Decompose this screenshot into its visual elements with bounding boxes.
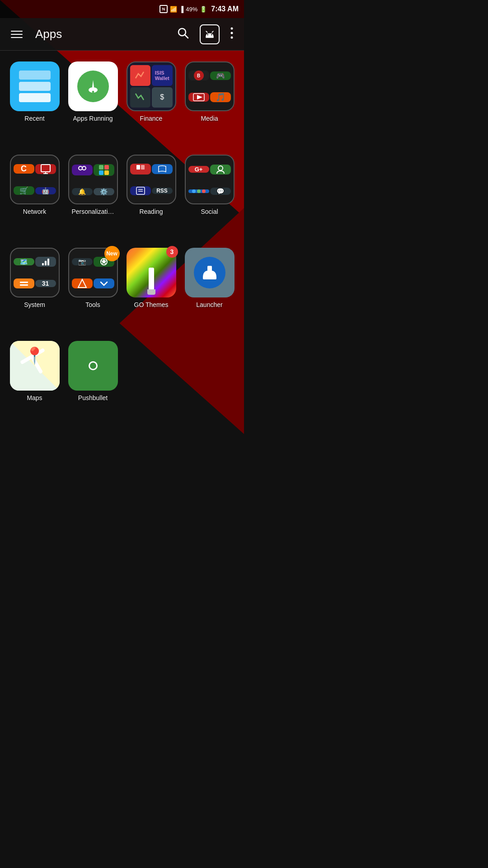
svg-rect-24 — [42, 263, 44, 265]
launcher-circle — [194, 257, 225, 288]
app-item-media[interactable]: B 🎮 🎵 Media — [182, 61, 237, 144]
search-button[interactable] — [175, 25, 191, 43]
svg-rect-28 — [20, 284, 28, 286]
android-button[interactable] — [200, 24, 220, 44]
badge-new-tools: New — [104, 246, 120, 261]
app-item-reading[interactable]: RSS Reading — [124, 155, 178, 237]
svg-marker-12 — [197, 95, 202, 99]
pushbullet-inner — [77, 350, 109, 382]
app-item-system[interactable]: 🗺️ 31 — [7, 248, 62, 330]
app-icon-media: B 🎮 🎵 — [185, 61, 235, 111]
app-item-apps-running[interactable]: Apps Running — [66, 61, 120, 144]
svg-rect-20 — [136, 187, 145, 194]
battery-percent: 49% — [186, 6, 197, 13]
app-icon-personalization: 🔔 ⚙️ — [68, 155, 118, 204]
app-label-go-themes: GO Themes — [134, 301, 169, 308]
app-label-finance: Finance — [140, 115, 163, 122]
app-item-go-themes[interactable]: 3 GO Themes — [124, 248, 178, 330]
broom-icon — [77, 71, 109, 102]
wifi-icon: 📶 — [170, 6, 177, 13]
badge-go-themes: 3 — [166, 246, 178, 258]
svg-rect-10 — [92, 91, 94, 93]
app-item-pushbullet[interactable]: Pushbullet — [66, 341, 120, 423]
app-icon-network: C 🛒 🤖 — [10, 155, 60, 204]
svg-point-3 — [211, 34, 212, 35]
svg-line-1 — [185, 35, 188, 38]
more-options-button[interactable] — [229, 25, 235, 43]
app-label-system: System — [24, 301, 45, 308]
svg-point-8 — [231, 36, 233, 38]
svg-rect-19 — [141, 165, 145, 170]
svg-point-7 — [231, 32, 233, 34]
app-icon-recent — [10, 61, 60, 111]
page-title: Apps — [35, 27, 168, 41]
app-icon-maps: 📍 — [10, 341, 60, 391]
svg-point-16 — [79, 166, 82, 170]
app-item-recent[interactable]: Recent — [7, 61, 62, 144]
signal-icon: ▐ — [179, 6, 183, 13]
app-icon-system: 🗺️ 31 — [10, 248, 60, 297]
svg-rect-27 — [20, 282, 28, 283]
app-item-tools[interactable]: New 📷 — [66, 248, 120, 330]
app-icon-social: G+ 💬 — [185, 155, 235, 204]
app-label-network: Network — [23, 208, 46, 215]
svg-rect-25 — [45, 261, 47, 265]
app-label-social: Social — [201, 208, 218, 215]
app-icon-apps-running — [68, 61, 118, 111]
app-item-personalization[interactable]: 🔔 ⚙️ Personalizati… — [66, 155, 120, 237]
app-label-launcher: Launcher — [196, 301, 222, 308]
svg-rect-31 — [207, 266, 212, 271]
app-label-media: Media — [201, 115, 218, 122]
app-item-network[interactable]: C 🛒 🤖 Network — [7, 155, 62, 237]
app-label-reading: Reading — [139, 208, 163, 215]
app-icon-launcher — [185, 248, 235, 297]
app-icon-reading: RSS — [127, 155, 176, 204]
svg-rect-13 — [41, 165, 50, 172]
clock: 7:43 AM — [211, 5, 239, 13]
app-icon-finance: ISISWallet $ — [127, 61, 176, 111]
hamburger-menu-button[interactable] — [9, 29, 24, 40]
toolbar: Apps — [0, 18, 244, 51]
apps-grid: Recent Apps Running — [0, 51, 244, 434]
status-bar: N 📶 ▐ 49% 🔋 7:43 AM — [0, 0, 244, 18]
svg-rect-18 — [136, 165, 140, 170]
svg-rect-26 — [47, 259, 49, 265]
app-label-personalization: Personalizati… — [71, 208, 114, 215]
svg-line-4 — [206, 31, 207, 33]
svg-point-2 — [207, 34, 208, 35]
svg-point-23 — [218, 166, 223, 170]
app-item-maps[interactable]: 📍 Maps — [7, 341, 62, 423]
svg-line-5 — [212, 31, 213, 33]
app-label-apps-running: Apps Running — [73, 115, 113, 122]
battery-icon: 🔋 — [200, 6, 207, 13]
toolbar-actions — [175, 24, 235, 44]
app-item-launcher[interactable]: Launcher — [182, 248, 237, 330]
app-label-maps: Maps — [27, 394, 42, 401]
app-label-tools: Tools — [85, 301, 100, 308]
app-item-finance[interactable]: ISISWallet $ Finance — [124, 61, 178, 144]
svg-marker-30 — [78, 279, 86, 288]
app-item-social[interactable]: G+ 💬 — [182, 155, 237, 237]
svg-point-17 — [82, 166, 86, 170]
app-label-recent: Recent — [24, 115, 44, 122]
nfc-icon: N — [160, 5, 168, 13]
svg-point-33 — [90, 363, 96, 369]
app-icon-pushbullet — [68, 341, 118, 391]
app-label-pushbullet: Pushbullet — [78, 394, 108, 401]
svg-point-6 — [231, 27, 233, 29]
